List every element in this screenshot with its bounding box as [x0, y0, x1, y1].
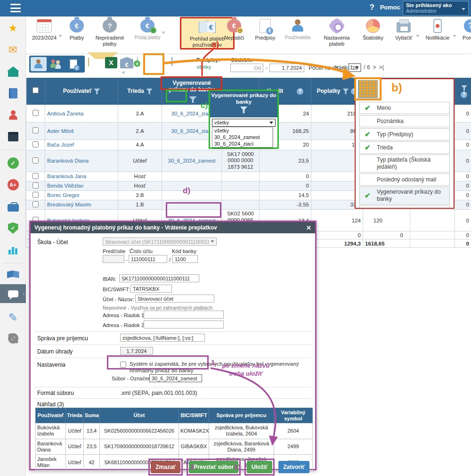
ulozit-button[interactable]: Uložiť — [247, 461, 272, 473]
toolbar-item-nastavenia-platieb[interactable]: Nastavenia platieb — [317, 18, 357, 47]
row-checkbox[interactable] — [32, 127, 39, 133]
row-checkbox[interactable] — [32, 192, 39, 198]
date-from-input[interactable] — [230, 64, 263, 72]
col-header-right[interactable]: ? — [455, 78, 471, 105]
help-icon[interactable]: ? — [461, 91, 467, 98]
row-checkbox[interactable] — [32, 201, 39, 207]
toolbar-item-pouzivatelia[interactable]: Používatelia — [282, 18, 313, 41]
zmazat-button[interactable]: Zmazať — [151, 461, 180, 473]
sidebar-item-security[interactable]: ✓ — [0, 220, 26, 236]
sidebar-item-briefcase[interactable] — [0, 198, 26, 214]
page-next-button[interactable]: > — [373, 64, 376, 71]
user-type-students-button[interactable] — [31, 57, 47, 71]
zatvorit-button[interactable]: Zatvoriť — [278, 461, 309, 473]
toolbar-item-vytlacit[interactable]: Vytlačiť — [390, 18, 418, 41]
user-link[interactable]: Baranková Jana — [47, 173, 86, 179]
column-settings-button[interactable] — [171, 57, 178, 66]
column-menu-item-typ-predpisy[interactable]: ✔Typ (Predpisy) — [359, 128, 450, 140]
column-menu-item-variabilny[interactable]: Variabilný symbol — [359, 205, 450, 209]
adresa2-input[interactable] — [144, 320, 224, 328]
export-excel-button[interactable]: X — [105, 57, 117, 68]
sidebar-item-library[interactable] — [0, 266, 26, 282]
user-type-payers-button[interactable] — [65, 57, 81, 71]
filter-funnel-icon[interactable] — [343, 89, 349, 94]
filter-funnel-icon[interactable] — [146, 89, 153, 94]
sidebar-item-calendar[interactable] — [0, 129, 26, 145]
iban-input[interactable] — [119, 274, 199, 282]
help-link[interactable]: Pomoc — [380, 4, 400, 11]
prevziat-subor-button[interactable]: Prevziať súbor — [189, 461, 238, 473]
send-email-button[interactable] — [88, 58, 89, 66]
user-link[interactable]: Antlová Žaneta — [47, 111, 83, 116]
date-to-input[interactable] — [269, 64, 304, 72]
toolbar-item-predpisy[interactable]: € Predpisy — [251, 18, 279, 41]
bank-orders-button[interactable]: € — [120, 57, 133, 77]
predcislie-input[interactable] — [103, 255, 124, 263]
user-link[interactable]: Benda Vítězlav — [47, 183, 83, 189]
predpisy-value-link[interactable]: všetky — [196, 64, 211, 70]
adresa1-input[interactable] — [144, 311, 224, 319]
ucet-nazov-input[interactable] — [135, 295, 214, 303]
column-menu-item-typ-platitela[interactable]: Typ platiteľa (Školská jedáleň) — [359, 155, 450, 172]
new-document-button[interactable]: + — [137, 57, 138, 66]
filter-option[interactable]: 30_6_2024_ziaci — [212, 140, 272, 147]
user-link[interactable]: Borec Gregor — [47, 192, 80, 198]
table-grid-icon[interactable] — [358, 80, 378, 98]
user-link[interactable]: Aster Miloš — [47, 128, 74, 134]
select-all-checkbox[interactable] — [32, 87, 39, 93]
sidebar-item-mail[interactable]: ✉ — [0, 42, 26, 58]
kod-banky-input[interactable] — [172, 255, 198, 263]
sidebar-item-messages-selected[interactable]: › — [0, 284, 26, 303]
hamburger-menu-icon[interactable] — [10, 4, 21, 12]
toolbar-item-pomoc[interactable]: ? Pomoc — [457, 18, 471, 41]
page-select[interactable]: 1 — [348, 63, 361, 72]
column-menu-item-vygenerovane[interactable]: ✔Vygenerované príkazy do banky — [359, 187, 450, 205]
row-checkbox[interactable] — [32, 157, 39, 164]
row-checkbox[interactable] — [32, 173, 39, 179]
filter-funnel-icon[interactable] — [94, 89, 100, 94]
col-header-pouzivatel[interactable]: Používateľ — [45, 78, 118, 105]
sidebar-item-agenda[interactable] — [0, 85, 26, 101]
sprava-input[interactable] — [120, 334, 205, 342]
close-icon[interactable]: ✕ — [306, 224, 311, 231]
filter-option[interactable]: 30_6_2024_zamest — [212, 134, 272, 140]
row-checkbox[interactable] — [32, 110, 39, 116]
filter-funnel-icon[interactable] — [189, 96, 197, 103]
bank-order-link[interactable]: 30_6_2024_zamest — [168, 158, 215, 164]
sidebar-item-users[interactable] — [0, 107, 26, 123]
column-menu-item-meno[interactable]: ✔Meno — [359, 102, 450, 114]
bic-input[interactable] — [130, 285, 172, 293]
sidebar-item-home[interactable] — [0, 64, 26, 80]
datum-input[interactable] — [120, 347, 153, 355]
row-checkbox[interactable] — [32, 141, 39, 148]
toolbar-item-neplatici[interactable]: €◷ Neplatiči — [220, 18, 248, 41]
bank-order-link[interactable]: 30_6_2024_ziaci — [171, 111, 212, 116]
toolbar-item-statistiky[interactable]: Štatistiky — [358, 18, 388, 41]
filter-option[interactable]: všetky — [212, 127, 272, 134]
row-checkbox[interactable] — [32, 182, 39, 189]
sidebar-item-attendance[interactable]: ✓ — [0, 155, 26, 171]
subor-input[interactable] — [149, 374, 202, 382]
help-question-icon[interactable]: ? — [370, 3, 374, 12]
page-prev-button[interactable]: < — [342, 64, 345, 71]
user-link[interactable]: Baranková Diana — [47, 158, 89, 164]
col-header-trieda[interactable]: Trieda — [118, 78, 162, 105]
toolbar-item-pridaj-platby[interactable]: €+ Pridaj platby — [130, 18, 164, 41]
column-menu-item-trieda[interactable]: ✔Trieda — [359, 141, 450, 154]
filter-funnel-icon[interactable] — [287, 89, 293, 94]
sidebar-item-settings[interactable] — [0, 330, 26, 346]
logged-in-user-box[interactable]: Ste prihlásený ako Administrátor — [403, 1, 469, 16]
sidebar-item-grades[interactable]: A+ — [0, 177, 26, 193]
toolbar-item-platby[interactable]: € Platby — [64, 18, 90, 41]
user-type-parents-button[interactable] — [48, 57, 64, 71]
sidebar-item-editor[interactable]: ✎ — [0, 310, 26, 326]
page-first-button[interactable]: |< — [334, 64, 339, 71]
column-menu-item-poznamka[interactable]: Poznámka — [359, 115, 450, 127]
filter-funnel-icon[interactable] — [461, 85, 467, 91]
sidebar-item-statistics[interactable] — [0, 242, 26, 258]
account-select[interactable]: Stravovací účet (SK171100000000011100011… — [103, 238, 217, 246]
help-icon[interactable]: ? — [297, 88, 303, 95]
user-link[interactable]: Bača Jozef — [47, 142, 74, 148]
column-menu-item-posledny-mail[interactable]: Posledný odoslaný mail — [359, 173, 450, 186]
toolbar-item-nepriradene-platby[interactable]: ? Nepriradené platby — [92, 18, 128, 47]
